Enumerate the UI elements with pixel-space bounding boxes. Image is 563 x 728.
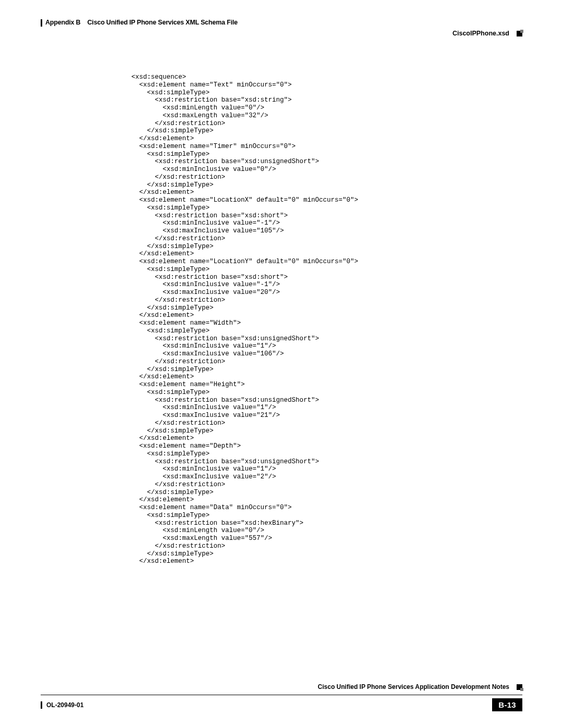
footer-bar-icon bbox=[41, 701, 42, 709]
footer-marker-icon bbox=[517, 684, 522, 690]
footer-rule bbox=[41, 695, 522, 695]
footer-title-row: Cisco Unified IP Phone Services Applicat… bbox=[41, 683, 522, 690]
change-bar-icon bbox=[41, 19, 42, 27]
page-header-right: CiscoIPPhone.xsd bbox=[41, 30, 522, 37]
section-title: CiscoIPPhone.xsd bbox=[452, 30, 509, 37]
footer-doc-id: OL-20949-01 bbox=[46, 701, 83, 709]
footer-bottom-row: OL-20949-01 B-13 bbox=[41, 698, 522, 711]
appendix-heading: Appendix B Cisco Unified IP Phone Servic… bbox=[45, 19, 238, 26]
footer-book-title: Cisco Unified IP Phone Services Applicat… bbox=[318, 683, 509, 690]
code-listing: <xsd:sequence> <xsd:element name="Text" … bbox=[131, 73, 522, 565]
page-header-left: Appendix B Cisco Unified IP Phone Servic… bbox=[41, 19, 522, 27]
footer-docid-wrap: OL-20949-01 bbox=[41, 701, 83, 709]
header-marker-icon bbox=[517, 31, 522, 36]
page-number-badge: B-13 bbox=[492, 698, 522, 711]
appendix-title: Cisco Unified IP Phone Services XML Sche… bbox=[88, 19, 238, 26]
page-footer: Cisco Unified IP Phone Services Applicat… bbox=[41, 683, 522, 711]
appendix-label: Appendix B bbox=[45, 19, 80, 26]
